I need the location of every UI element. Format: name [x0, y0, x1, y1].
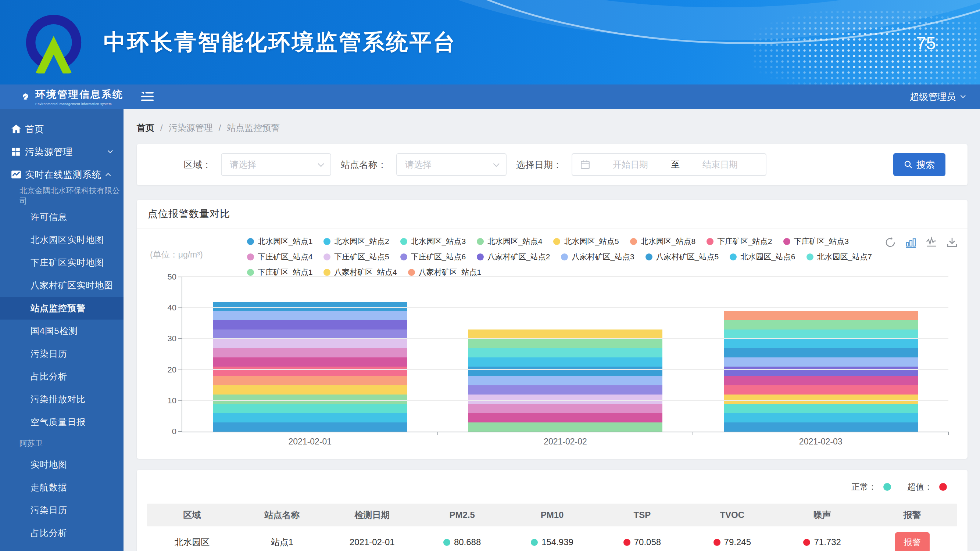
sidebar-item[interactable]: 占比分析 [0, 365, 124, 388]
legend-item[interactable]: 北水园区_站点4 [477, 235, 542, 248]
sidebar-item[interactable]: 许可信息 [0, 206, 124, 229]
legend-item[interactable]: 八家村矿区_站点2 [477, 251, 550, 263]
legend-item[interactable]: 北水园区_站点8 [630, 235, 695, 248]
breadcrumb-item[interactable]: 污染源管理 [169, 122, 213, 134]
table-column-header: 报警 [867, 509, 957, 521]
bar-segment [724, 357, 918, 367]
table-column-header: 检测日期 [327, 509, 417, 521]
sidebar-item[interactable]: 北水园区实时地图 [0, 229, 124, 251]
legend-label: 下庄矿区_站点4 [258, 252, 312, 262]
world-map-dots [752, 9, 980, 84]
sidebar-item[interactable]: 走航数据 [0, 476, 124, 499]
date-to-label: 至 [671, 159, 680, 170]
date-label: 选择日期： [516, 159, 562, 171]
sidebar-item[interactable]: 国4国5检测 [0, 319, 124, 342]
legend-dot [477, 254, 484, 260]
legend-item[interactable]: 北水园区_站点5 [553, 235, 619, 248]
bar-chart-icon[interactable] [905, 237, 917, 248]
sidebar-item[interactable]: 污染日历 [0, 342, 124, 365]
y-axis-tick [178, 431, 182, 432]
bar-segment [213, 422, 407, 432]
cell-measurement: 154.939 [507, 537, 597, 547]
breadcrumb-item: 首页 [137, 122, 154, 134]
region-select[interactable]: 请选择 [221, 153, 331, 176]
legend-item[interactable]: 下庄矿区_站点6 [400, 251, 466, 263]
chart-category-slot: 2021-02-01 [182, 277, 438, 432]
legend-item[interactable]: 下庄矿区_站点2 [706, 235, 772, 248]
search-button[interactable]: 搜索 [893, 153, 945, 176]
bar-segment [468, 422, 662, 432]
legend-item[interactable]: 北水园区_站点7 [807, 251, 872, 263]
legend-dot [561, 254, 568, 260]
bar-segment [724, 330, 918, 339]
download-icon[interactable] [946, 237, 958, 248]
bar-segment [213, 404, 407, 413]
search-button-label: 搜索 [916, 159, 935, 171]
bar-segment [724, 348, 918, 357]
gridline [182, 307, 948, 308]
sidebar-item[interactable]: 污染源管理 [0, 140, 124, 163]
stacked-bar[interactable] [213, 302, 407, 432]
y-axis-tick [178, 400, 182, 401]
stacked-bar[interactable] [468, 330, 662, 432]
legend-item[interactable]: 八家村矿区_站点5 [646, 251, 719, 263]
sidebar-item[interactable]: 实时在线监测系统 [0, 163, 124, 186]
line-chart-icon[interactable] [926, 237, 937, 248]
cell-measurement: 70.058 [597, 537, 687, 547]
normal-status-dot [883, 483, 891, 491]
breadcrumb-separator: / [219, 123, 221, 133]
legend-item[interactable]: 北水园区_站点2 [323, 235, 389, 248]
legend-item[interactable]: 下庄矿区_站点3 [783, 235, 849, 248]
chart-category-slot: 2021-02-02 [438, 277, 693, 432]
legend-dot [323, 238, 331, 245]
page: 中环长青智能化环境监管系统平台 75 环境管理信息系统 Environmenta… [0, 0, 980, 551]
refresh-icon[interactable] [885, 237, 896, 248]
legend-item[interactable]: 下庄矿区_站点4 [247, 251, 312, 263]
sidebar-item-label: 污染源管理 [25, 146, 73, 158]
legend-item[interactable]: 北水园区_站点6 [730, 251, 795, 263]
legend-item[interactable]: 北水园区_站点1 [247, 235, 312, 248]
sidebar-item[interactable]: 下庄矿区实时地图 [0, 251, 124, 274]
chart-card: 点位报警数量对比 (单位：μg/m³) 北水园区_站点1北水园区_站点2北水园区… [137, 200, 967, 459]
user-name: 超级管理员 [910, 91, 956, 103]
calendar-icon [581, 160, 590, 169]
cell-action: 报警 [867, 532, 957, 551]
legend-label: 北水园区_站点2 [334, 236, 389, 246]
sidebar-group-label: 阿苏卫 [0, 433, 124, 453]
y-axis-tick [178, 338, 182, 339]
sidebar-item[interactable]: 空气质量日报 [0, 411, 124, 433]
start-date-placeholder: 开始日期 [593, 159, 668, 170]
date-range-picker[interactable]: 开始日期 至 结束日期 [572, 153, 767, 176]
chevron-down-icon [961, 93, 966, 98]
legend-label: 下庄矿区_站点2 [717, 236, 772, 246]
bar-segment [724, 311, 918, 320]
sidebar-collapse-icon[interactable] [141, 92, 154, 102]
legend-label: 下庄矿区_站点3 [794, 236, 849, 246]
alarm-button[interactable]: 报警 [895, 532, 930, 551]
legend-item[interactable]: 北水园区_站点3 [400, 235, 466, 248]
sidebar-item[interactable]: 实时地图 [0, 453, 124, 476]
bar-segment [468, 376, 662, 385]
sidebar: 首页污染源管理实时在线监测系统北京金隅北水环保科技有限公司许可信息北水园区实时地… [0, 109, 124, 551]
bar-segment [213, 357, 407, 367]
bar-segment [213, 376, 407, 385]
sidebar-item[interactable]: 首页 [0, 118, 124, 140]
sidebar-item[interactable]: 八家村矿区实时地图 [0, 274, 124, 297]
legend-item[interactable]: 下庄矿区_站点5 [323, 251, 389, 263]
measurement-value: 79.245 [724, 537, 751, 547]
user-menu[interactable]: 超级管理员 [910, 91, 980, 103]
breadcrumb-item[interactable]: 站点监控预警 [227, 122, 280, 134]
stacked-bar[interactable] [724, 311, 918, 432]
legend-dot [553, 238, 560, 245]
sidebar-item-label: 实时在线监测系统 [25, 168, 102, 181]
sidebar-item[interactable]: 站点监控预警 [0, 297, 124, 319]
station-placeholder: 请选择 [405, 159, 493, 170]
measurement-value: 154.939 [541, 537, 573, 547]
y-axis-label: 0 [172, 427, 177, 437]
legend-item[interactable]: 八家村矿区_站点3 [561, 251, 634, 263]
status-dot [803, 539, 810, 546]
sidebar-item[interactable]: 污染日历 [0, 499, 124, 522]
station-select[interactable]: 请选择 [396, 153, 506, 176]
sidebar-item[interactable]: 占比分析 [0, 522, 124, 545]
sidebar-item[interactable]: 污染排放对比 [0, 388, 124, 411]
